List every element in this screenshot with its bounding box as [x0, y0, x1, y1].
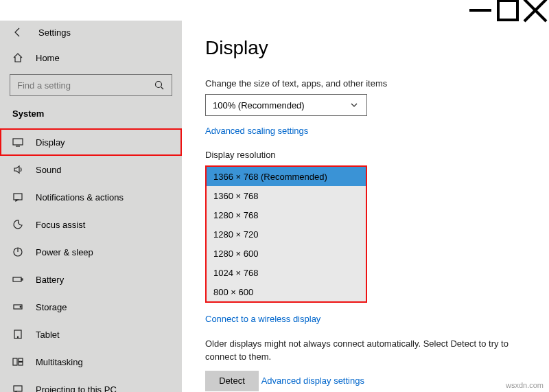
app-title: Settings — [38, 27, 71, 38]
close-button[interactable] — [522, 0, 549, 21]
resolution-dropdown-open[interactable]: 1366 × 768 (Recommended) 1360 × 768 1280… — [205, 165, 367, 303]
sidebar-item-label: Storage — [36, 302, 67, 312]
advanced-display-link[interactable]: Advanced display settings — [261, 376, 364, 386]
svg-line-5 — [161, 87, 163, 89]
main-panel: Display Change the size of text, apps, a… — [182, 21, 549, 392]
search-input[interactable] — [17, 80, 148, 91]
search-field[interactable] — [10, 74, 172, 96]
sidebar-item-notifications[interactable]: Notifications & actions — [0, 183, 182, 211]
sidebar: Settings Home System Display Sound No — [0, 21, 182, 392]
sidebar-item-sound[interactable]: Sound — [0, 156, 182, 183]
svg-rect-20 — [14, 386, 22, 391]
sidebar-item-storage[interactable]: Storage — [0, 293, 182, 321]
maximize-button[interactable] — [494, 0, 522, 21]
search-icon — [154, 80, 165, 91]
multitasking-icon — [12, 356, 23, 367]
svg-rect-1 — [498, 1, 517, 20]
back-icon[interactable] — [12, 27, 23, 38]
scale-label: Change the size of text, apps, and other… — [205, 78, 527, 89]
sidebar-item-projecting[interactable]: Projecting to this PC — [0, 376, 182, 392]
sidebar-item-label: Tablet — [36, 330, 60, 340]
sidebar-item-label: Display — [36, 137, 65, 148]
svg-rect-8 — [14, 194, 22, 200]
focus-icon — [12, 219, 23, 230]
sidebar-item-label: Battery — [36, 275, 64, 285]
tablet-icon — [12, 329, 23, 340]
sidebar-item-focus-assist[interactable]: Focus assist — [0, 211, 182, 238]
resolution-option[interactable]: 1024 × 768 — [207, 263, 366, 282]
sidebar-item-label: Power & sleep — [36, 247, 93, 257]
sidebar-item-label: Sound — [36, 165, 62, 175]
advanced-scaling-link[interactable]: Advanced scaling settings — [205, 126, 308, 136]
display-icon — [12, 137, 23, 148]
sidebar-section-header: System — [0, 103, 182, 128]
storage-icon — [12, 301, 23, 312]
sidebar-item-display[interactable]: Display — [0, 128, 182, 156]
chevron-down-icon — [349, 100, 360, 111]
notifications-icon — [12, 192, 23, 203]
svg-point-4 — [156, 82, 162, 88]
window-controls — [0, 0, 549, 21]
wireless-display-link[interactable]: Connect to a wireless display — [205, 314, 320, 324]
resolution-label: Display resolution — [205, 150, 527, 160]
scale-dropdown[interactable]: 100% (Recommended) — [205, 94, 367, 116]
sidebar-item-label: Home — [36, 53, 60, 63]
sidebar-item-multitasking[interactable]: Multitasking — [0, 348, 182, 376]
projecting-icon — [12, 384, 23, 392]
sound-icon — [12, 164, 23, 175]
resolution-option[interactable]: 1366 × 768 (Recommended) — [207, 167, 366, 186]
resolution-option[interactable]: 1360 × 768 — [207, 186, 366, 205]
page-title: Display — [205, 37, 527, 59]
resolution-option[interactable]: 1280 × 768 — [207, 205, 366, 224]
svg-rect-17 — [13, 358, 17, 365]
watermark: wsxdn.com — [506, 381, 544, 389]
sidebar-item-label: Notifications & actions — [36, 192, 124, 203]
svg-rect-6 — [13, 139, 23, 145]
resolution-option[interactable]: 1280 × 720 — [207, 224, 366, 244]
sidebar-item-label: Multitasking — [36, 357, 83, 367]
detect-note: Older displays might not always connect … — [205, 338, 527, 364]
scale-value: 100% (Recommended) — [213, 100, 305, 111]
sidebar-home[interactable]: Home — [0, 44, 182, 71]
minimize-button[interactable] — [467, 0, 494, 21]
resolution-option[interactable]: 800 × 600 — [207, 282, 366, 301]
svg-point-16 — [17, 336, 18, 337]
svg-rect-19 — [19, 362, 23, 366]
battery-icon — [12, 274, 23, 285]
resolution-option[interactable]: 1280 × 600 — [207, 244, 366, 263]
svg-rect-12 — [21, 279, 23, 280]
power-icon — [12, 246, 23, 257]
detect-button[interactable]: Detect — [205, 371, 259, 391]
svg-point-14 — [20, 306, 21, 308]
sidebar-item-power[interactable]: Power & sleep — [0, 238, 182, 266]
sidebar-item-battery[interactable]: Battery — [0, 266, 182, 293]
svg-rect-11 — [13, 277, 21, 281]
home-icon — [12, 52, 23, 63]
sidebar-item-label: Projecting to this PC — [36, 384, 117, 393]
sidebar-item-label: Focus assist — [36, 220, 85, 230]
svg-rect-18 — [19, 358, 23, 362]
sidebar-item-tablet[interactable]: Tablet — [0, 321, 182, 348]
